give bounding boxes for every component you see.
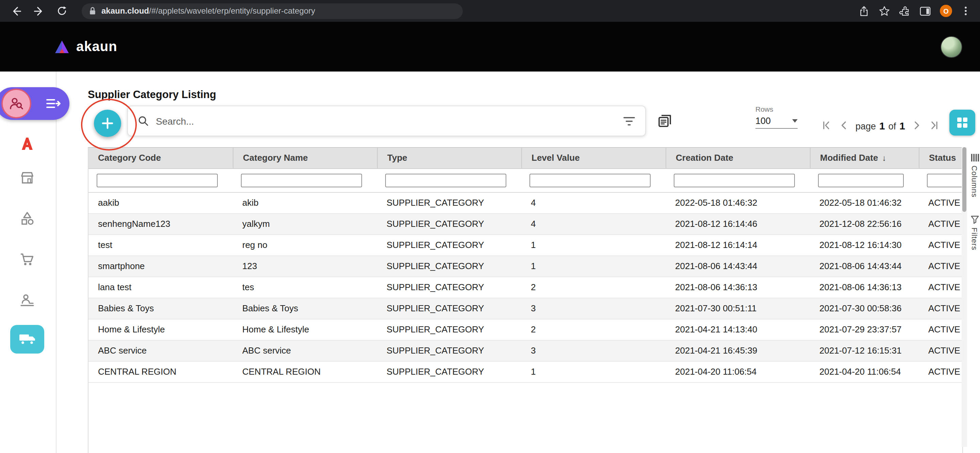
column-header[interactable]: Category Name [233, 148, 377, 168]
table-row[interactable]: testreg noSUPPLIER_CATEGORY12021-08-12 1… [89, 235, 963, 256]
forward-button[interactable] [30, 2, 48, 20]
column-filter-input-3[interactable] [530, 174, 651, 187]
column-filter-input-2[interactable] [385, 174, 506, 187]
cell: SUPPLIER_CATEGORY [377, 277, 521, 298]
akaun-logo-icon [53, 39, 71, 54]
sidebar-item-cart[interactable] [19, 251, 35, 268]
cell: 2021-07-29 23:37:57 [810, 319, 919, 340]
sidebar-item-red-applet[interactable] [19, 136, 35, 152]
rows-value: 100 [756, 116, 771, 126]
column-filter-input-4[interactable] [674, 174, 795, 187]
cell: reg no [233, 235, 377, 255]
cell: CENTRAL REGION [233, 362, 377, 382]
extensions-puzzle-icon[interactable] [899, 5, 911, 17]
cell: SUPPLIER_CATEGORY [377, 214, 521, 234]
column-header[interactable]: Category Code [89, 148, 233, 168]
browser-profile-avatar[interactable]: O [940, 5, 952, 17]
columns-icon [970, 153, 979, 162]
cell: yalkym [233, 214, 377, 234]
person-search-icon [8, 96, 24, 112]
view-switcher-button[interactable] [950, 110, 975, 136]
cell: aakib [89, 193, 233, 213]
scrollbar-thumb[interactable] [962, 147, 966, 212]
tab-columns[interactable]: Columns [970, 153, 979, 198]
first-page-button[interactable] [820, 119, 832, 131]
next-page-button[interactable] [911, 119, 923, 131]
back-button[interactable] [7, 2, 24, 20]
cell: ACTIVE [919, 214, 963, 234]
pages-icon [657, 112, 673, 129]
current-page: 1 [879, 120, 885, 131]
table-row[interactable]: Home & LifestyleHome & LifestyleSUPPLIER… [89, 319, 963, 341]
search-icon [137, 115, 149, 127]
sort-desc-icon[interactable]: ↓ [882, 153, 886, 163]
table-row[interactable]: aakibakibSUPPLIER_CATEGORY42022-05-18 01… [89, 193, 963, 214]
category-icon [19, 211, 35, 227]
dropdown-caret-icon [792, 119, 798, 123]
table-row[interactable]: lana testtesSUPPLIER_CATEGORY22021-08-06… [89, 277, 963, 298]
cell: SUPPLIER_CATEGORY [377, 319, 521, 340]
cell: Home & Lifestyle [89, 319, 233, 340]
table-row[interactable]: Babies & ToysBabies & ToysSUPPLIER_CATEG… [89, 298, 963, 319]
cell: 2 [521, 319, 666, 340]
column-header[interactable]: Type [377, 148, 521, 168]
screen: akaun.cloud/#/applets/wavelet/erp/entity… [0, 0, 980, 453]
column-header[interactable]: Creation Date [666, 148, 810, 168]
filter-cell [810, 169, 919, 192]
previous-page-button[interactable] [838, 119, 850, 131]
reload-button[interactable] [53, 2, 71, 20]
sidebar-item-person-desk[interactable] [19, 292, 35, 309]
bookmark-star-icon[interactable] [878, 5, 890, 17]
cell: Babies & Toys [89, 298, 233, 319]
cell: 2021-08-12 16:14:30 [810, 235, 919, 255]
sidebar-item-category[interactable] [19, 211, 35, 227]
column-filter-input-1[interactable] [241, 174, 362, 187]
sidebar-item-storefront[interactable] [19, 170, 35, 186]
column-filter-input-6[interactable] [927, 174, 963, 187]
cell: 3 [521, 341, 666, 361]
user-avatar[interactable] [940, 36, 962, 57]
url-bar[interactable]: akaun.cloud/#/applets/wavelet/erp/entity… [82, 3, 463, 19]
applet-search-button[interactable] [2, 89, 31, 118]
browser-menu-kebab-icon[interactable] [961, 5, 970, 16]
column-header[interactable]: Level Value [521, 148, 666, 168]
share-icon[interactable] [858, 5, 870, 17]
column-header[interactable]: Modified Date↓ [810, 148, 919, 168]
cell: ACTIVE [919, 277, 963, 298]
rows-per-page-select[interactable]: Rows 100 [756, 105, 798, 129]
shopping-cart-icon [19, 251, 35, 268]
table-row[interactable]: smartphone123SUPPLIER_CATEGORY12021-08-0… [89, 256, 963, 277]
search-bar [127, 105, 646, 136]
column-header[interactable]: Status [919, 148, 963, 168]
table-header-row: Category CodeCategory NameTypeLevel Valu… [89, 148, 963, 169]
table-row[interactable]: senhengName123yalkymSUPPLIER_CATEGORY420… [89, 214, 963, 235]
cell: SUPPLIER_CATEGORY [377, 256, 521, 277]
table-body: aakibakibSUPPLIER_CATEGORY42022-05-18 01… [89, 193, 962, 383]
last-page-button[interactable] [928, 119, 940, 131]
search-input[interactable] [154, 115, 617, 127]
app-header: akaun [0, 22, 980, 72]
column-filter-input-0[interactable] [97, 174, 218, 187]
tab-filters[interactable]: Filters [970, 215, 979, 250]
filter-list-icon[interactable] [623, 115, 636, 126]
columns-tab-label: Columns [970, 166, 978, 198]
table-row[interactable]: ABC serviceABC serviceSUPPLIER_CATEGORY3… [89, 341, 963, 362]
lock-icon [89, 6, 97, 16]
cell: CENTRAL REGION [89, 362, 233, 382]
filter-cell [521, 169, 666, 192]
sidebar-item-logistics-active[interactable] [10, 325, 44, 354]
side-panel-icon[interactable] [920, 6, 931, 16]
cell: SUPPLIER_CATEGORY [377, 341, 521, 361]
app-logo[interactable]: akaun [53, 39, 118, 54]
cell: SUPPLIER_CATEGORY [377, 193, 521, 213]
cell: 2021-07-12 16:15:31 [810, 341, 919, 361]
add-category-button[interactable] [94, 110, 121, 137]
column-filter-input-5[interactable] [818, 174, 904, 187]
applet-switcher[interactable] [0, 87, 69, 120]
cell: 123 [233, 256, 377, 277]
table-row[interactable]: CENTRAL REGIONCENTRAL REGIONSUPPLIER_CAT… [89, 362, 963, 383]
chevron-right-icon [911, 120, 922, 131]
cell: 3 [521, 298, 666, 319]
batch-view-button[interactable] [657, 112, 673, 129]
person-desk-icon [19, 292, 35, 309]
